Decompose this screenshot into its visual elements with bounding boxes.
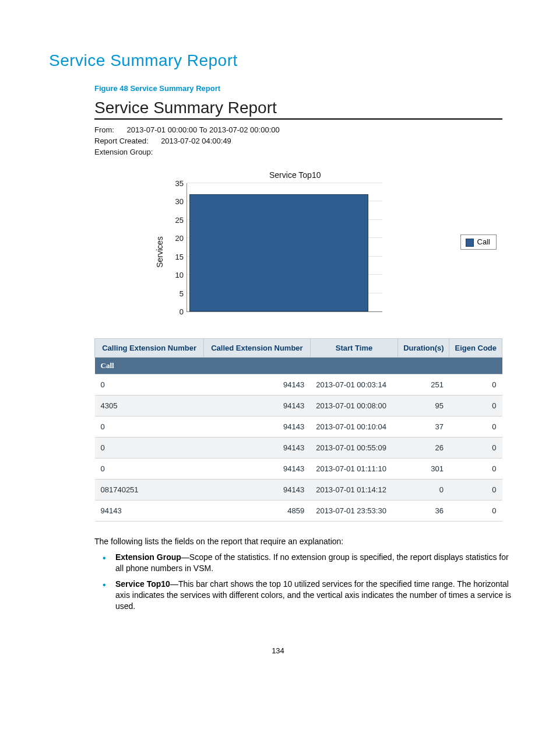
chart-plot-area: 05101520253035 bbox=[186, 183, 382, 312]
data-table: Calling Extension NumberCalled Extension… bbox=[94, 338, 502, 522]
legend-swatch-icon bbox=[466, 239, 474, 247]
table-body: Call 0941432013-07-01 00:03:142510430594… bbox=[95, 358, 502, 522]
table-row: 0941432013-07-01 00:55:09260 bbox=[95, 438, 502, 459]
meta-from-label: From: bbox=[94, 125, 114, 134]
list-item: Service Top10—This bar chart shows the t… bbox=[115, 579, 518, 612]
meta-created-value: 2013-07-02 04:00:49 bbox=[161, 136, 231, 145]
table-cell: 2013-07-01 01:14:12 bbox=[310, 480, 398, 501]
ytick-label: 15 bbox=[167, 252, 184, 261]
meta-from-value: 2013-07-01 00:00:00 To 2013-07-02 00:00:… bbox=[127, 125, 280, 134]
table-cell: 0 bbox=[449, 374, 502, 396]
table-cell: 94143 bbox=[204, 416, 311, 438]
ytick-label: 35 bbox=[167, 179, 184, 188]
meta-extgroup-label: Extension Group: bbox=[94, 148, 153, 156]
table-cell: 94143 bbox=[204, 438, 311, 459]
term: Extension Group bbox=[115, 552, 181, 562]
table-cell: 2013-07-01 00:10:04 bbox=[310, 416, 398, 438]
legend-label: Call bbox=[477, 237, 490, 246]
table-cell: 4859 bbox=[204, 501, 311, 522]
report-panel: Service Summary Report From: 2013-07-01 … bbox=[94, 99, 502, 522]
table-section-row: Call bbox=[95, 358, 502, 374]
term-desc: —This bar chart shows the top 10 utilize… bbox=[115, 579, 511, 611]
table-row: 9414348592013-07-01 23:53:30360 bbox=[95, 501, 502, 522]
table-cell: 0 bbox=[449, 416, 502, 438]
table-row: 4305941432013-07-01 00:08:00950 bbox=[95, 396, 502, 416]
table-cell: 2013-07-01 00:03:14 bbox=[310, 374, 398, 396]
table-cell: 2013-07-01 01:11:10 bbox=[310, 459, 398, 480]
ytick-label: 10 bbox=[167, 271, 184, 279]
table-cell: 081740251 bbox=[95, 480, 204, 501]
table-cell: 301 bbox=[398, 459, 449, 480]
page-number: 134 bbox=[49, 646, 507, 655]
table-cell: 95 bbox=[398, 396, 449, 416]
ytick-label: 30 bbox=[167, 197, 184, 206]
table-cell: 0 bbox=[449, 438, 502, 459]
table-cell: 2013-07-01 23:53:30 bbox=[310, 501, 398, 522]
chart-service-top10: Service Top10 Services 05101520253035 Ca… bbox=[94, 170, 502, 328]
explain-list: Extension Group—Scope of the statistics.… bbox=[94, 552, 518, 611]
table-cell: 0 bbox=[449, 480, 502, 501]
list-item: Extension Group—Scope of the statistics.… bbox=[115, 552, 518, 574]
table-cell: 4305 bbox=[95, 396, 204, 416]
report-heading: Service Summary Report bbox=[94, 99, 502, 120]
table-cell: 94143 bbox=[204, 480, 311, 501]
table-row: 081740251941432013-07-01 01:14:1200 bbox=[95, 480, 502, 501]
meta-created-label: Report Created: bbox=[94, 136, 149, 145]
table-row: 0941432013-07-01 00:03:142510 bbox=[95, 374, 502, 396]
ytick-label: 5 bbox=[167, 289, 184, 298]
ytick-label: 25 bbox=[167, 215, 184, 224]
table-header-cell: Start Time bbox=[310, 339, 398, 358]
table-cell: 0 bbox=[95, 374, 204, 396]
table-cell: 26 bbox=[398, 438, 449, 459]
table-cell: 94143 bbox=[95, 501, 204, 522]
table-cell: 36 bbox=[398, 501, 449, 522]
table-cell: 0 bbox=[95, 459, 204, 480]
meta-extgroup: Extension Group: bbox=[94, 148, 502, 156]
table-cell: 94143 bbox=[204, 374, 311, 396]
explain-intro: The following lists the fields on the re… bbox=[94, 537, 502, 546]
ytick-label: 20 bbox=[167, 234, 184, 243]
meta-created: Report Created: 2013-07-02 04:00:49 bbox=[94, 136, 502, 145]
table-cell: 0 bbox=[449, 459, 502, 480]
ytick-label: 0 bbox=[167, 307, 184, 316]
chart-legend: Call bbox=[460, 235, 497, 250]
chart-title: Service Top10 bbox=[269, 170, 321, 180]
table-cell: 37 bbox=[398, 416, 449, 438]
table-cell: 0 bbox=[449, 501, 502, 522]
table-header-cell: Duration(s) bbox=[398, 339, 449, 358]
table-cell: 0 bbox=[95, 438, 204, 459]
table-cell: 0 bbox=[95, 416, 204, 438]
table-cell: 0 bbox=[449, 396, 502, 416]
meta-from: From: 2013-07-01 00:00:00 To 2013-07-02 … bbox=[94, 125, 502, 134]
table-cell: 94143 bbox=[204, 459, 311, 480]
figure-caption: Figure 48 Service Summary Report bbox=[94, 84, 507, 93]
table-cell: 94143 bbox=[204, 396, 311, 416]
table-cell: 0 bbox=[398, 480, 449, 501]
chart-ylabel: Services bbox=[155, 236, 164, 268]
page-title: Service Summary Report bbox=[49, 51, 507, 70]
table-cell: 2013-07-01 00:55:09 bbox=[310, 438, 398, 459]
table-header-cell: Called Extension Number bbox=[204, 339, 311, 358]
table-cell: 2013-07-01 00:08:00 bbox=[310, 396, 398, 416]
table-row: 0941432013-07-01 00:10:04370 bbox=[95, 416, 502, 438]
table-header-cell: Eigen Code bbox=[449, 339, 502, 358]
table-header-row: Calling Extension NumberCalled Extension… bbox=[95, 339, 502, 358]
table-section-label: Call bbox=[95, 358, 502, 374]
table-cell: 251 bbox=[398, 374, 449, 396]
term: Service Top10 bbox=[115, 579, 170, 589]
bar-call bbox=[189, 194, 368, 312]
table-header-cell: Calling Extension Number bbox=[95, 339, 204, 358]
table-row: 0941432013-07-01 01:11:103010 bbox=[95, 459, 502, 480]
